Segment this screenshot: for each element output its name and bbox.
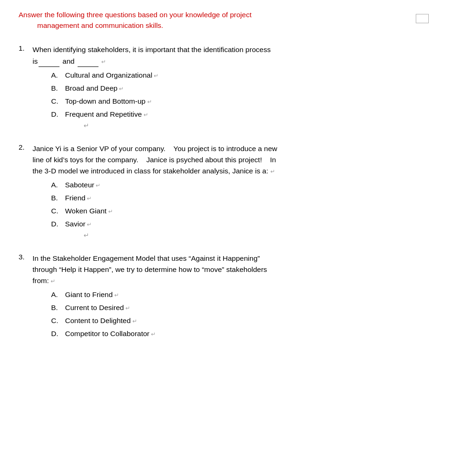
option-1c: C. Top-down and Bottom-up ↵ [51,96,433,107]
question-1-row: 1. When identifying stakeholders, it is … [19,44,433,67]
option-3a-text: Giant to Friend ↵ [65,289,433,300]
option-1b: B. Broad and Deep ↵ [51,83,433,94]
option-2d-text: Savior ↵ [65,218,433,230]
page-wrapper: Answer the following three questions bas… [19,9,433,339]
question-3: 3. In the Stakeholder Engagement Model t… [19,253,433,339]
option-1a-text: Cultural and Organizational ↵ [65,70,433,81]
option-3b-letter: B. [51,302,65,313]
question-2-row: 2. Janice Yi is a Senior VP of your comp… [19,143,433,177]
instruction-line1: Answer the following three questions bas… [19,11,251,19]
blank-1b [78,55,98,67]
option-1c-text: Top-down and Bottom-up ↵ [65,96,433,107]
option-2c-letter: C. [51,205,65,217]
instruction-block: Answer the following three questions bas… [19,9,433,31]
option-2a-text: Saboteur ↵ [65,179,433,191]
option-3b: B. Current to Desired ↵ [51,302,433,313]
question-1-options: A. Cultural and Organizational ↵ B. Broa… [51,70,433,129]
option-3a-letter: A. [51,289,65,300]
questions-container: 1. When identifying stakeholders, it is … [19,44,433,339]
question-3-text: In the Stakeholder Engagement Model that… [33,253,433,286]
option-3c: C. Content to Delighted ↵ [51,315,433,326]
question-3-options: A. Giant to Friend ↵ B. Current to Desir… [51,289,433,339]
option-1c-letter: C. [51,96,65,107]
option-2c-text: Woken Giant ↵ [65,205,433,217]
return-1: ↵ [101,59,106,65]
question-2-text: Janice Yi is a Senior VP of your company… [33,143,433,177]
option-2b-letter: B. [51,192,65,204]
blank-row-2: ↵ [84,231,433,239]
option-3c-letter: C. [51,315,65,326]
option-1a-letter: A. [51,70,65,81]
option-3a: A. Giant to Friend ↵ [51,289,433,300]
option-2d-letter: D. [51,218,65,230]
option-2b-text: Friend ↵ [65,192,433,204]
option-3b-text: Current to Desired ↵ [65,302,433,313]
question-2-options: A. Saboteur ↵ B. Friend ↵ C. Woken Giant… [51,179,433,239]
instruction-line2: management and communication skills. [37,21,163,29]
blank-row-1: ↵ [84,122,433,129]
question-3-row: 3. In the Stakeholder Engagement Model t… [19,253,433,286]
option-2b: B. Friend ↵ [51,192,433,204]
question-1-number: 1. [19,44,33,53]
option-1d-letter: D. [51,109,65,120]
option-3d-text: Competitor to Collaborator ↵ [65,328,433,339]
corner-box [416,14,429,23]
option-1d: D. Frequent and Repetitive ↵ [51,109,433,120]
option-3d: D. Competitor to Collaborator ↵ [51,328,433,339]
option-1a: A. Cultural and Organizational ↵ [51,70,433,81]
option-1d-text: Frequent and Repetitive ↵ [65,109,433,120]
option-3c-text: Content to Delighted ↵ [65,315,433,326]
question-3-number: 3. [19,253,33,261]
option-2a-letter: A. [51,179,65,191]
option-3d-letter: D. [51,328,65,339]
option-1b-letter: B. [51,83,65,94]
question-1-text: When identifying stakeholders, it is imp… [33,44,433,67]
question-1: 1. When identifying stakeholders, it is … [19,44,433,129]
question-2-number: 2. [19,143,33,152]
blank-1a [39,55,59,67]
option-2c: C. Woken Giant ↵ [51,205,433,217]
option-2d: D. Savior ↵ [51,218,433,230]
question-2: 2. Janice Yi is a Senior VP of your comp… [19,143,433,239]
option-2a: A. Saboteur ↵ [51,179,433,191]
option-1b-text: Broad and Deep ↵ [65,83,433,94]
